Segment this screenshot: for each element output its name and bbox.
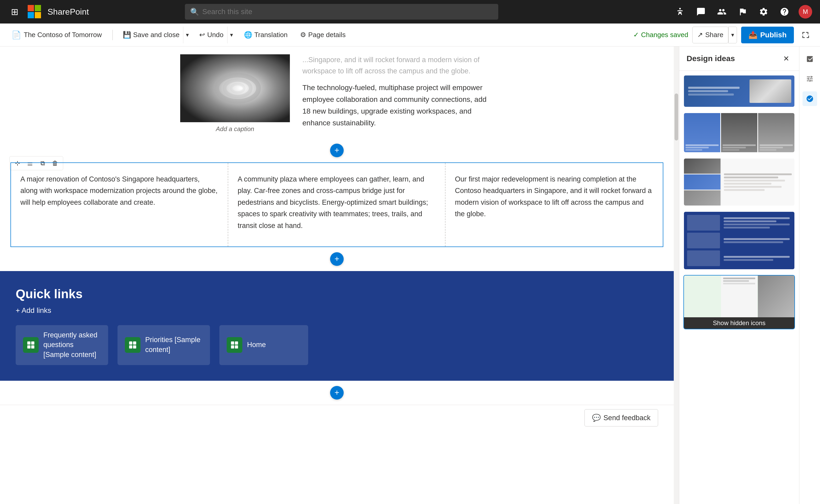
svg-rect-11 (129, 345, 132, 349)
design-panel-body[interactable]: Show hidden icons (679, 71, 799, 504)
design-ideas-panel: Design ideas ✕ (679, 46, 799, 504)
col-1[interactable]: A major renovation of Contoso's Singapor… (11, 163, 228, 247)
svg-rect-14 (235, 342, 238, 345)
help-icon[interactable] (778, 5, 791, 19)
toolbar-right-group: ✓ Changes saved ↗ Share ▾ 📤 Publish (633, 27, 813, 43)
send-feedback-button[interactable]: 💬 Send feedback (584, 409, 658, 426)
grid-icon[interactable]: ⊞ (8, 5, 21, 19)
content-scrollbar[interactable] (674, 46, 679, 504)
flag-icon[interactable] (736, 5, 749, 19)
add-section-3: + (0, 381, 674, 405)
svg-rect-7 (27, 345, 31, 349)
image-caption[interactable]: Add a caption (180, 125, 290, 133)
design-card-5[interactable]: Show hidden icons (683, 275, 795, 329)
feedback-bar: 💬 Send feedback (0, 405, 674, 431)
search-bar[interactable]: 🔍 (185, 4, 498, 20)
add-section-button-1[interactable]: + (330, 144, 344, 157)
content-text-1: ...Singapore, and it will rocket forward… (302, 54, 494, 77)
page-details-button[interactable]: ⚙ Page details (296, 27, 350, 43)
svg-rect-6 (31, 342, 34, 345)
publish-button[interactable]: 📤 Publish (741, 27, 794, 43)
editor-toolbar: 📄 The Contoso of Tomorrow 💾 Save and clo… (0, 24, 820, 46)
search-icon: 🔍 (190, 8, 199, 16)
design-card-4[interactable] (683, 211, 795, 270)
page-property-icon[interactable] (803, 52, 817, 66)
list-item[interactable]: Frequently asked questions [Sample conte… (16, 325, 108, 365)
image-box: Add a caption (180, 54, 290, 133)
svg-rect-12 (133, 345, 136, 349)
settings-icon[interactable] (757, 5, 770, 19)
col-2-text: A community plaza where employees can ga… (238, 173, 436, 232)
design-panel-close-button[interactable]: ✕ (780, 53, 792, 64)
quick-link-icon-3 (227, 337, 242, 353)
focus-mode-button[interactable] (798, 28, 813, 42)
list-item[interactable]: Priorities [Sample content] (118, 325, 210, 365)
svg-rect-15 (231, 345, 234, 349)
search-input[interactable] (202, 8, 493, 16)
page-content[interactable]: Add a caption ...Singapore, and it will … (0, 46, 674, 504)
save-icon: 💾 (123, 31, 131, 39)
design-ideas-icon[interactable] (803, 91, 817, 106)
publish-label: Publish (760, 31, 787, 39)
page-details-label: Page details (308, 31, 345, 39)
svg-rect-5 (27, 342, 31, 345)
save-close-dropdown[interactable]: ▾ (183, 27, 191, 43)
save-close-split: 💾 Save and close ▾ (119, 27, 192, 43)
quick-links-grid: Frequently asked questions [Sample conte… (16, 325, 658, 365)
three-col-wrapper: ⊹ ⚌ ⧉ 🗑 A major renovation of Contoso's … (5, 162, 669, 247)
undo-icon: ↩ (199, 31, 205, 39)
three-col-inner: A major renovation of Contoso's Singapor… (11, 163, 663, 247)
save-close-button[interactable]: 💾 Save and close (119, 27, 183, 43)
toolbar-divider-1 (112, 30, 113, 40)
page-tab-icon: 📄 (11, 30, 21, 39)
translation-button[interactable]: 🌐 Translation (240, 27, 292, 43)
changes-saved-label: Changes saved (641, 31, 688, 39)
col-2[interactable]: A community plaza where employees can ga… (228, 163, 446, 247)
changes-saved-status: ✓ Changes saved (633, 31, 688, 39)
share-icon: ↗ (697, 31, 703, 39)
add-section-button-2[interactable]: + (330, 252, 344, 266)
show-hidden-tooltip: Show hidden icons (684, 317, 794, 329)
chat-icon[interactable] (694, 5, 708, 19)
toolbar-left-group: 📄 The Contoso of Tomorrow 💾 Save and clo… (7, 27, 633, 43)
ms-logo[interactable] (28, 5, 41, 19)
nav-right-icons: M (673, 5, 812, 19)
quick-links-section: Quick links + Add links Frequently asked… (0, 271, 674, 381)
undo-label: Undo (207, 31, 223, 39)
share-button[interactable]: ↗ Share (692, 27, 728, 43)
page-tab-label: The Contoso of Tomorrow (24, 31, 102, 39)
page-tab[interactable]: 📄 The Contoso of Tomorrow (7, 27, 106, 43)
design-panel-header: Design ideas ✕ (679, 46, 799, 71)
content-text-1-span: campus and the globe. (399, 67, 470, 75)
design-card-1[interactable] (683, 75, 795, 107)
feedback-icon: 💬 (592, 414, 601, 422)
quick-links-title: Quick links (16, 287, 658, 301)
design-card-2[interactable] (683, 113, 795, 153)
design-panel-title: Design ideas (687, 54, 735, 63)
right-sidebar (799, 46, 820, 504)
col-3-text: Our first major redevelopment is nearing… (455, 173, 653, 220)
add-links-label: + Add links (16, 306, 51, 315)
add-section-button-3[interactable]: + (330, 386, 344, 400)
list-item[interactable]: Home (219, 325, 308, 365)
user-avatar[interactable]: M (799, 5, 812, 19)
add-links-button[interactable]: + Add links (16, 306, 51, 315)
svg-rect-1 (180, 54, 290, 122)
svg-rect-8 (31, 345, 34, 349)
col-3[interactable]: Our first major redevelopment is nearing… (446, 163, 663, 247)
share-dropdown[interactable]: ▾ (728, 27, 737, 43)
quick-link-label-3: Home (247, 340, 266, 350)
col-1-text: A major renovation of Contoso's Singapor… (20, 173, 218, 208)
undo-button[interactable]: ↩ Undo (196, 27, 227, 43)
scrollbar-thumb[interactable] (675, 93, 678, 140)
adjust-icon[interactable] (803, 72, 817, 86)
share-label: Share (705, 31, 723, 39)
add-section-1: + (0, 138, 674, 162)
design-card-3[interactable] (683, 158, 795, 206)
undo-split: ↩ Undo ▾ (196, 27, 235, 43)
accessibility-icon[interactable] (673, 5, 687, 19)
people-icon[interactable] (715, 5, 729, 19)
spiral-image (180, 54, 290, 122)
undo-dropdown[interactable]: ▾ (227, 27, 236, 43)
publish-icon: 📤 (748, 31, 758, 39)
